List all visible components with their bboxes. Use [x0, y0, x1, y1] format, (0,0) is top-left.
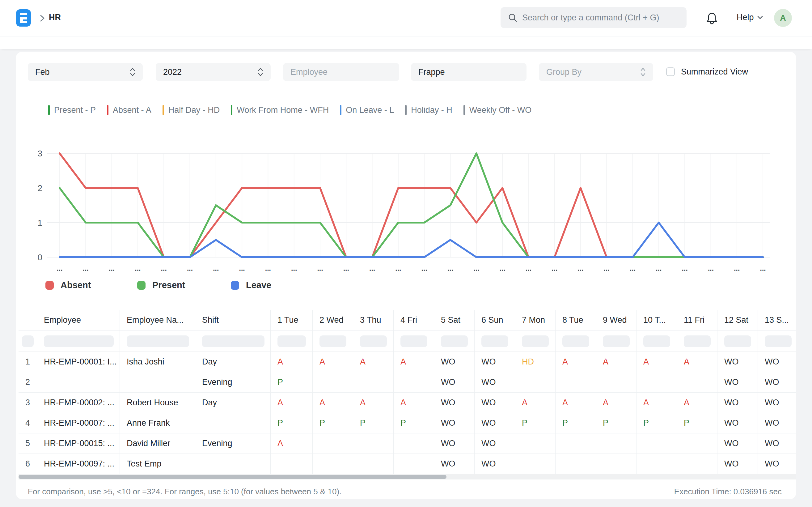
chart-legend-item: Leave [231, 280, 271, 290]
attendance-status-cell: WO [758, 372, 796, 393]
column-filter-input[interactable] [481, 335, 508, 347]
summarized-view-checkbox[interactable] [666, 67, 675, 76]
attendance-status-cell: A [271, 434, 313, 454]
search-input[interactable]: Search or type a command (Ctrl + G) [501, 7, 687, 28]
filter-cell [677, 331, 717, 352]
header-cell[interactable]: 9 Wed [596, 310, 636, 331]
year-select[interactable]: 2022 [156, 63, 271, 81]
column-filter-input[interactable] [319, 335, 347, 347]
column-filter-input[interactable] [724, 335, 751, 347]
column-filter-input[interactable] [400, 335, 427, 347]
chevron-down-icon [757, 15, 763, 20]
header-cell[interactable]: 6 Sun [475, 310, 515, 331]
x-axis-tick-label: ... [187, 264, 193, 272]
employee-input[interactable]: Employee [283, 63, 399, 81]
summarized-view-label: Summarized View [681, 67, 748, 77]
attendance-status-cell: WO [475, 393, 515, 413]
attendance-status-cell [636, 454, 677, 474]
shift-cell: Day [195, 393, 271, 413]
column-filter-input[interactable] [643, 335, 670, 347]
header-cell[interactable]: Employee Na... [120, 310, 195, 331]
column-filter-input[interactable] [441, 335, 468, 347]
attendance-status-cell: P [636, 413, 677, 434]
header-cell[interactable]: Shift [195, 310, 271, 331]
attendance-status-cell: WO [758, 454, 796, 474]
x-axis-tick-label: ... [604, 264, 610, 272]
shift-cell: Evening [195, 434, 271, 454]
column-filter-input[interactable] [277, 335, 306, 347]
filter-cell [195, 331, 271, 352]
header-cell[interactable]: 8 Tue [556, 310, 596, 331]
shift-cell: Evening [195, 372, 271, 393]
status-legend-bar-icon [163, 105, 164, 115]
column-filter-input[interactable] [127, 335, 189, 347]
row-number: 5 [18, 434, 37, 454]
header-cell[interactable]: 12 Sat [717, 310, 758, 331]
attendance-status-cell: WO [434, 413, 475, 434]
chart-line-absent [60, 153, 763, 257]
header-cell [18, 310, 37, 331]
attendance-status-cell: WO [717, 454, 758, 474]
column-filter-input[interactable] [562, 335, 589, 347]
column-filter-input[interactable] [765, 335, 792, 347]
column-filter-input[interactable] [44, 335, 114, 347]
erpnext-logo[interactable] [16, 9, 31, 26]
y-axis-tick-label: 3 [38, 149, 42, 158]
avatar-letter: A [780, 13, 786, 23]
select-updown-icon [258, 67, 263, 77]
scrollbar-thumb[interactable] [18, 475, 446, 479]
column-filter-input[interactable] [684, 335, 711, 347]
header-cell[interactable]: 1 Tue [271, 310, 313, 331]
horizontal-scrollbar[interactable] [18, 474, 796, 480]
status-legend-label: Half Day - HD [168, 105, 220, 115]
column-filter-input[interactable] [603, 335, 630, 347]
group-by-placeholder: Group By [546, 67, 640, 77]
filter-cell [596, 331, 636, 352]
filter-cell [313, 331, 353, 352]
group-by-select[interactable]: Group By [539, 63, 653, 81]
attendance-status-cell: WO [758, 352, 796, 372]
execution-time: Execution Time: 0.036916 sec [674, 487, 782, 497]
table-header-row: EmployeeEmployee Na...Shift1 Tue2 Wed3 T… [18, 310, 796, 331]
column-filter-input[interactable] [360, 335, 387, 347]
attendance-status-cell: WO [758, 434, 796, 454]
employee-name-cell [120, 372, 195, 393]
company-input[interactable]: Frappe [411, 63, 526, 81]
employee-id-cell: HR-EMP-00001: I... [37, 352, 120, 372]
help-menu[interactable]: Help [737, 13, 763, 22]
filter-cell [353, 331, 394, 352]
x-axis-tick-label: ... [161, 264, 167, 272]
attendance-status-cell: P [271, 413, 313, 434]
attendance-status-cell [353, 372, 394, 393]
status-legend-item: Work From Home - WFH [231, 105, 329, 115]
column-filter-input[interactable] [202, 335, 264, 347]
attendance-status-cell: WO [475, 434, 515, 454]
header-cell[interactable]: 13 S... [758, 310, 796, 331]
notification-bell-icon[interactable] [706, 12, 718, 25]
column-filter-input[interactable] [22, 335, 34, 347]
header-cell[interactable]: Employee [37, 310, 120, 331]
x-axis-tick-label: ... [682, 264, 688, 272]
breadcrumb[interactable]: HR [49, 13, 61, 22]
row-number: 1 [18, 352, 37, 372]
header-cell[interactable]: 5 Sat [434, 310, 475, 331]
attendance-status-cell: P [677, 413, 717, 434]
header-cell[interactable]: 3 Thu [353, 310, 394, 331]
header-cell[interactable]: 4 Fri [394, 310, 434, 331]
attendance-status-cell: A [353, 393, 394, 413]
month-select[interactable]: Feb [28, 63, 143, 81]
x-axis-tick-label: ... [343, 264, 349, 272]
avatar[interactable]: A [774, 9, 792, 27]
column-filter-input[interactable] [522, 335, 549, 347]
header-cell[interactable]: 10 T... [636, 310, 677, 331]
header-cell[interactable]: 7 Mon [515, 310, 556, 331]
x-axis-tick-label: ... [500, 264, 505, 272]
select-updown-icon [130, 67, 135, 77]
status-legend-label: Holiday - H [411, 105, 452, 115]
attendance-status-cell [636, 434, 677, 454]
x-axis-tick-label: ... [552, 264, 557, 272]
header-cell[interactable]: 11 Fri [677, 310, 717, 331]
attendance-status-cell: P [596, 413, 636, 434]
filter-cell [636, 331, 677, 352]
header-cell[interactable]: 2 Wed [313, 310, 353, 331]
